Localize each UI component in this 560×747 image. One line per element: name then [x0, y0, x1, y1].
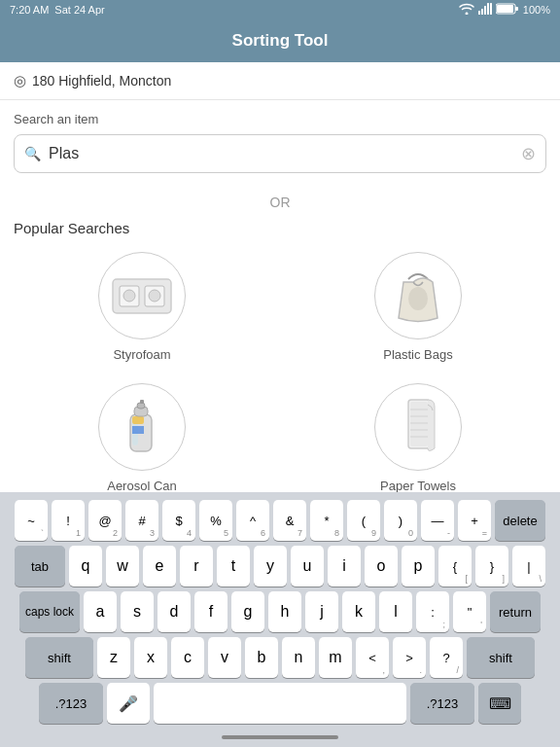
keyboard-rows: ~` !1 @2 #3 $4 %5 ^6 &7 *8 (9 )0 —- += d… — [0, 492, 560, 728]
key-1[interactable]: !1 — [52, 500, 85, 541]
key-n[interactable]: n — [282, 637, 315, 678]
keyboard-row-4: shift z x c v b n m <, >. ?/ shift — [4, 637, 556, 678]
svg-rect-7 — [515, 7, 518, 11]
key-capslock[interactable]: caps lock — [19, 591, 80, 632]
wifi-icon — [459, 3, 474, 17]
key-colon[interactable]: :; — [416, 591, 449, 632]
key-u[interactable]: u — [291, 546, 324, 587]
key-d[interactable]: d — [158, 591, 191, 632]
key-num-right[interactable]: .?123 — [410, 683, 474, 724]
key-y[interactable]: y — [254, 546, 287, 587]
key-l[interactable]: l — [379, 591, 412, 632]
svg-point-11 — [123, 290, 135, 302]
key-6[interactable]: ^6 — [236, 500, 269, 541]
key-return[interactable]: return — [490, 591, 541, 632]
popular-grid: Styrofoam Plastic Bags — [14, 252, 546, 512]
keyboard-row-1: ~` !1 @2 #3 $4 %5 ^6 &7 *8 (9 )0 —- += d… — [4, 500, 556, 541]
key-5[interactable]: %5 — [199, 500, 232, 541]
key-delete[interactable]: delete — [495, 500, 545, 541]
key-space[interactable] — [154, 683, 406, 724]
time: 7:20 AM — [10, 4, 49, 16]
search-label: Search an item — [14, 112, 546, 126]
key-shift-right[interactable]: shift — [467, 637, 535, 678]
svg-rect-3 — [487, 3, 489, 15]
key-rbracket[interactable]: }] — [475, 546, 508, 587]
key-g[interactable]: g — [231, 591, 264, 632]
key-quote[interactable]: "' — [453, 591, 486, 632]
search-clear-icon[interactable]: ⊗ — [521, 143, 536, 164]
popular-section: Popular Searches Styrofoam — [0, 220, 560, 531]
svg-point-13 — [408, 287, 428, 310]
key-comma[interactable]: <, — [356, 637, 389, 678]
svg-rect-2 — [484, 6, 486, 15]
key-p[interactable]: p — [402, 546, 435, 587]
key-t[interactable]: t — [217, 546, 250, 587]
svg-rect-17 — [132, 426, 144, 434]
key-9[interactable]: (9 — [347, 500, 380, 541]
key-7[interactable]: &7 — [273, 500, 306, 541]
status-left: 7:20 AM Sat 24 Apr — [10, 4, 105, 16]
key-8[interactable]: *8 — [310, 500, 343, 541]
svg-rect-4 — [490, 3, 492, 15]
key-period[interactable]: >. — [393, 637, 426, 678]
search-section: Search an item 🔍 ⊗ — [0, 100, 560, 185]
key-h[interactable]: h — [268, 591, 301, 632]
aerosol-can-image — [98, 383, 186, 471]
list-item[interactable]: Plastic Bags — [290, 252, 546, 364]
key-c[interactable]: c — [171, 637, 204, 678]
key-plus[interactable]: += — [458, 500, 491, 541]
location-pin-icon: ◎ — [14, 72, 26, 89]
key-0[interactable]: )0 — [384, 500, 417, 541]
styrofoam-label: Styrofoam — [113, 347, 170, 364]
svg-rect-22 — [410, 402, 428, 446]
key-k[interactable]: k — [342, 591, 375, 632]
key-tab[interactable]: tab — [15, 546, 65, 587]
key-m[interactable]: m — [319, 637, 352, 678]
key-keyboard[interactable]: ⌨ — [478, 683, 521, 724]
key-j[interactable]: j — [305, 591, 338, 632]
key-lbracket[interactable]: {[ — [438, 546, 472, 587]
key-x[interactable]: x — [134, 637, 167, 678]
location-bar: ◎ 180 Highfield, Moncton — [0, 62, 560, 100]
key-e[interactable]: e — [143, 546, 176, 587]
keyboard-row-2: tab q w e r t y u i o p {[ }] |\ — [4, 546, 556, 587]
key-q[interactable]: q — [69, 546, 102, 587]
key-pipe[interactable]: |\ — [512, 546, 545, 587]
styrofoam-image — [98, 252, 186, 339]
keyboard: ~` !1 @2 #3 $4 %5 ^6 &7 *8 (9 )0 —- += d… — [0, 492, 560, 747]
key-mic[interactable]: 🎤 — [107, 683, 150, 724]
key-r[interactable]: r — [180, 546, 213, 587]
list-item[interactable]: Styrofoam — [14, 252, 270, 364]
svg-rect-20 — [140, 400, 144, 404]
plastic-bags-image — [374, 252, 462, 339]
search-input[interactable] — [49, 145, 521, 162]
location-text: 180 Highfield, Moncton — [32, 73, 171, 89]
key-4[interactable]: $4 — [162, 500, 195, 541]
status-right: 100% — [459, 3, 550, 17]
key-tilde[interactable]: ~` — [15, 500, 48, 541]
key-o[interactable]: o — [365, 546, 398, 587]
battery-percent: 100% — [523, 4, 550, 16]
keyboard-row-3: caps lock a s d f g h j k l :; "' return — [4, 591, 556, 632]
battery-icon — [496, 3, 519, 17]
key-f[interactable]: f — [194, 591, 228, 632]
key-b[interactable]: b — [245, 637, 278, 678]
nav-title: Sorting Tool — [232, 31, 329, 51]
key-2[interactable]: @2 — [88, 500, 122, 541]
key-z[interactable]: z — [97, 637, 130, 678]
key-num-left[interactable]: .?123 — [39, 683, 103, 724]
popular-searches-title: Popular Searches — [14, 220, 546, 236]
key-3[interactable]: #3 — [125, 500, 158, 541]
key-w[interactable]: w — [106, 546, 139, 587]
key-dash[interactable]: —- — [421, 500, 454, 541]
key-i[interactable]: i — [328, 546, 361, 587]
date: Sat 24 Apr — [54, 4, 104, 16]
key-s[interactable]: s — [121, 591, 154, 632]
key-a[interactable]: a — [84, 591, 117, 632]
svg-rect-16 — [132, 416, 144, 424]
key-shift-left[interactable]: shift — [25, 637, 93, 678]
status-bar: 7:20 AM Sat 24 Apr — [0, 0, 560, 19]
key-v[interactable]: v — [208, 637, 241, 678]
keyboard-row-5: .?123 🎤 .?123 ⌨ — [4, 683, 556, 724]
key-slash[interactable]: ?/ — [430, 637, 463, 678]
